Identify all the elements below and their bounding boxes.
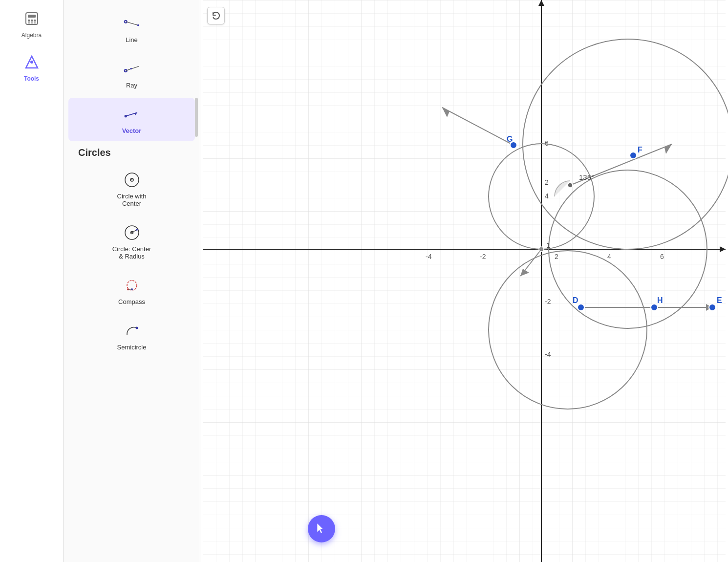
svg-point-23 [131,179,132,180]
svg-rect-4 [34,20,36,22]
label-D: D [573,296,578,304]
axis-label-x-2: -2 [480,253,486,260]
cursor-fab[interactable] [308,515,335,542]
svg-rect-36 [203,0,726,562]
point-D[interactable] [578,304,584,311]
svg-marker-20 [134,112,137,115]
tool-circle-center-label: Circle withCenter [117,193,147,207]
compass-icon [122,276,142,295]
tool-semicircle-label: Semicircle [117,344,147,351]
svg-rect-5 [28,22,30,23]
svg-point-13 [137,24,139,26]
semicircle-icon [122,321,142,341]
circle-with-center-icon [122,170,142,190]
axis-label-x4: 4 [607,253,611,260]
ray-icon [122,59,142,79]
tool-line[interactable]: Line [68,7,195,50]
tool-ray[interactable]: Ray [68,52,195,96]
label-E: E [717,296,722,304]
tool-circle-with-center[interactable]: Circle withCenter [68,163,195,214]
svg-rect-7 [34,22,36,23]
point-E[interactable] [709,304,716,311]
svg-line-16 [126,66,139,71]
axis-label-x6: 6 [660,253,664,260]
point-F[interactable] [630,152,637,159]
sidebar-item-tools[interactable]: Tools [5,51,59,85]
tool-vector-label: Vector [122,127,142,134]
tool-line-label: Line [126,36,138,43]
tools-icon [24,54,40,73]
line-icon [122,14,142,33]
svg-point-9 [30,61,33,64]
tool-panel: Line Ray Vector Circles [64,0,200,562]
tool-circle-center-radius[interactable]: Circle: Center& Radius [68,216,195,267]
label-H: H [657,296,663,304]
tool-circle-radius-label: Circle: Center& Radius [112,245,151,260]
scrollbar-thumb[interactable] [195,98,198,137]
tool-compass[interactable]: Compass [68,269,195,312]
graph-canvas[interactable]: 2 4 6 -2 -4 4 6 -2 -4 [200,0,728,562]
point-vertex[interactable] [568,183,573,188]
svg-point-33 [135,327,138,329]
label-G: G [507,135,513,143]
axis-label-y4: 4 [545,192,549,200]
svg-point-17 [130,68,132,70]
label-1: 1 [546,241,550,249]
svg-rect-6 [31,22,33,23]
svg-point-28 [136,229,138,231]
svg-rect-2 [28,20,30,22]
angle-label: 135° [579,173,594,181]
circle-center-radius-icon [122,223,142,242]
axis-label-y6: 6 [545,139,549,147]
svg-rect-3 [31,20,33,22]
vector-icon [122,105,142,124]
axis-label-y-2: -2 [545,298,551,305]
tool-semicircle[interactable]: Semicircle [68,314,195,358]
circles-section-title: Circles [64,142,200,162]
calculator-icon [24,11,40,30]
axis-label-y-4: -4 [545,350,551,358]
tool-compass-label: Compass [118,298,145,305]
undo-button[interactable] [207,7,225,24]
sidebar-tools-label: Tools [24,75,39,82]
cursor-fab-icon [315,522,328,535]
sidebar: Algebra Tools [0,0,64,562]
axis-label-x2: 2 [555,253,558,260]
point-origin[interactable] [539,247,544,252]
svg-line-12 [126,22,138,25]
sidebar-item-algebra[interactable]: Algebra [5,8,59,42]
canvas-area: 2 4 6 -2 -4 4 6 -2 -4 [200,0,728,562]
point-H[interactable] [651,304,658,311]
label-2-y: 2 [545,178,549,186]
sidebar-algebra-label: Algebra [21,32,42,39]
label-F: F [638,146,642,154]
tool-ray-label: Ray [126,82,137,89]
axis-label-x-4: -4 [426,253,432,260]
tool-vector[interactable]: Vector [68,98,195,141]
svg-rect-1 [28,15,36,18]
